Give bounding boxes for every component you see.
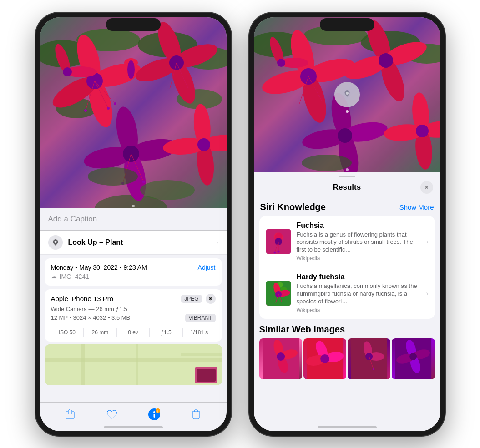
hardy-fuchsia-source: Wikipedia bbox=[297, 307, 421, 313]
hardy-fuchsia-text: Hardy fuchsia Fuchsia magellanica, commo… bbox=[297, 273, 421, 313]
svg-point-102 bbox=[277, 250, 279, 252]
svg-rect-52 bbox=[81, 344, 85, 385]
svg-text:i: i bbox=[157, 409, 158, 413]
camera-info: Wide Camera — 26 mm ƒ1.5 bbox=[51, 306, 216, 312]
format-badge: JPEG bbox=[181, 295, 202, 303]
mp-text: 12 MP • 3024 × 4032 • 3.5 MB bbox=[51, 314, 131, 321]
trash-icon[interactable] bbox=[190, 408, 202, 421]
vi-dot bbox=[346, 110, 349, 113]
siri-knowledge-section: Siri Knowledge Show More bbox=[259, 200, 435, 319]
show-more-button[interactable]: Show More bbox=[399, 203, 434, 211]
results-panel: Results × Siri Knowledge Show More bbox=[254, 172, 440, 424]
flower-photo-2[interactable] bbox=[254, 17, 440, 172]
phone-1-content: Add a Caption Look Up – Plant › bbox=[40, 208, 227, 402]
hardy-fuchsia-name: Hardy fuchsia bbox=[297, 273, 421, 281]
hardy-fuchsia-chevron-icon: › bbox=[426, 290, 429, 297]
svg-point-133 bbox=[409, 353, 417, 360]
lookup-subject: Plant bbox=[105, 238, 123, 246]
hardy-fuchsia-thumbnail bbox=[266, 281, 291, 306]
svg-point-17 bbox=[84, 109, 87, 112]
filename-text: IMG_4241 bbox=[60, 273, 89, 280]
svg-point-88 bbox=[416, 125, 429, 137]
svg-point-94 bbox=[346, 92, 349, 95]
exif-ev: 0 ev bbox=[117, 328, 150, 337]
similar-image-2[interactable] bbox=[303, 338, 346, 379]
svg-point-49 bbox=[54, 241, 56, 243]
svg-point-33 bbox=[142, 181, 145, 183]
lookup-icon bbox=[48, 235, 63, 250]
svg-point-78 bbox=[379, 53, 393, 68]
mp-row: 12 MP • 3024 × 4032 • 3.5 MB VIBRANT bbox=[51, 314, 216, 322]
svg-point-93 bbox=[346, 168, 349, 171]
phone-1-toolbar: i bbox=[40, 402, 227, 424]
svg-point-47 bbox=[140, 180, 195, 200]
svg-point-16 bbox=[107, 107, 110, 110]
hardy-fuchsia-desc: Fuchsia magellanica, commonly known as t… bbox=[297, 282, 421, 306]
phone-1: Add a Caption Look Up – Plant › bbox=[35, 13, 231, 436]
date-row: Monday • May 30, 2022 • 9:23 AM Adjust bbox=[51, 264, 216, 271]
date-text: Monday • May 30, 2022 • 9:23 AM bbox=[51, 264, 147, 271]
results-header: Results × bbox=[254, 177, 440, 198]
similar-image-1[interactable] bbox=[259, 338, 302, 379]
svg-point-121 bbox=[320, 354, 329, 363]
similar-title: Similar Web Images bbox=[259, 324, 435, 335]
lookup-label: Look Up – Plant bbox=[68, 238, 123, 247]
exif-shutter: 1/181 s bbox=[183, 328, 216, 337]
visual-intelligence-button[interactable] bbox=[334, 82, 360, 107]
svg-point-91 bbox=[277, 59, 285, 67]
fuchsia-text: Fuchsia Fuchsia is a genus of flowering … bbox=[297, 221, 421, 262]
svg-point-48 bbox=[132, 205, 135, 207]
fuchsia-source: Wikipedia bbox=[297, 255, 421, 262]
svg-point-92 bbox=[302, 155, 352, 171]
svg-point-18 bbox=[114, 102, 116, 105]
svg-rect-53 bbox=[136, 344, 138, 385]
flower-photo-1[interactable] bbox=[40, 17, 227, 208]
home-indicator-2 bbox=[318, 426, 377, 428]
home-indicator-1 bbox=[104, 426, 163, 428]
device-section: Apple iPhone 13 Pro JPEG ⚙ Wide Camera —… bbox=[45, 289, 222, 342]
phone-notch-2 bbox=[320, 18, 374, 31]
knowledge-card: Fuchsia Fuchsia is a genus of flowering … bbox=[259, 216, 435, 319]
fuchsia-chevron-icon: › bbox=[426, 238, 429, 245]
results-title: Results bbox=[274, 183, 420, 192]
knowledge-item-hardy-fuchsia[interactable]: Hardy fuchsia Fuchsia magellanica, commo… bbox=[259, 267, 435, 319]
heart-icon[interactable] bbox=[106, 408, 118, 421]
settings-icon[interactable]: ⚙ bbox=[206, 294, 216, 304]
caption-area[interactable]: Add a Caption bbox=[40, 208, 227, 231]
svg-rect-56 bbox=[197, 369, 216, 382]
svg-point-116 bbox=[277, 352, 285, 361]
share-icon[interactable] bbox=[64, 408, 76, 421]
svg-rect-59 bbox=[153, 414, 155, 418]
siri-knowledge-title: Siri Knowledge bbox=[260, 202, 326, 212]
svg-point-127 bbox=[373, 368, 374, 370]
svg-rect-51 bbox=[45, 358, 222, 362]
svg-point-58 bbox=[153, 411, 155, 413]
siri-knowledge-header: Siri Knowledge Show More bbox=[259, 200, 435, 216]
map-section[interactable] bbox=[45, 344, 222, 385]
lookup-row[interactable]: Look Up – Plant › bbox=[40, 231, 227, 255]
svg-point-42 bbox=[63, 67, 72, 76]
phone-notch-1 bbox=[106, 18, 161, 31]
device-name: Apple iPhone 13 Pro bbox=[51, 295, 114, 302]
caption-placeholder: Add a Caption bbox=[48, 215, 97, 223]
knowledge-item-fuchsia[interactable]: Fuchsia Fuchsia is a genus of flowering … bbox=[259, 216, 435, 268]
results-close-button[interactable]: × bbox=[420, 181, 433, 194]
date-info-section: Monday • May 30, 2022 • 9:23 AM Adjust ☁… bbox=[45, 258, 222, 286]
similar-image-3[interactable] bbox=[348, 338, 390, 379]
vibrant-badge: VIBRANT bbox=[185, 314, 215, 322]
fuchsia-name: Fuchsia bbox=[297, 221, 421, 230]
similar-images-row bbox=[259, 338, 435, 379]
close-icon: × bbox=[425, 184, 429, 191]
exif-aperture: ƒ1.5 bbox=[150, 328, 183, 337]
exif-mm: 26 mm bbox=[84, 328, 117, 337]
svg-point-45 bbox=[127, 60, 135, 79]
filename-row: ☁ IMG_4241 bbox=[51, 273, 216, 280]
device-header: Apple iPhone 13 Pro JPEG ⚙ bbox=[51, 294, 216, 304]
lookup-prefix: Look Up – bbox=[68, 238, 103, 246]
adjust-button[interactable]: Adjust bbox=[198, 264, 216, 271]
info-icon[interactable]: i bbox=[148, 408, 161, 421]
similar-image-4[interactable] bbox=[392, 338, 435, 379]
exif-iso: ISO 50 bbox=[51, 328, 84, 337]
cloud-icon: ☁ bbox=[51, 273, 57, 280]
lookup-chevron-icon: › bbox=[216, 239, 218, 246]
